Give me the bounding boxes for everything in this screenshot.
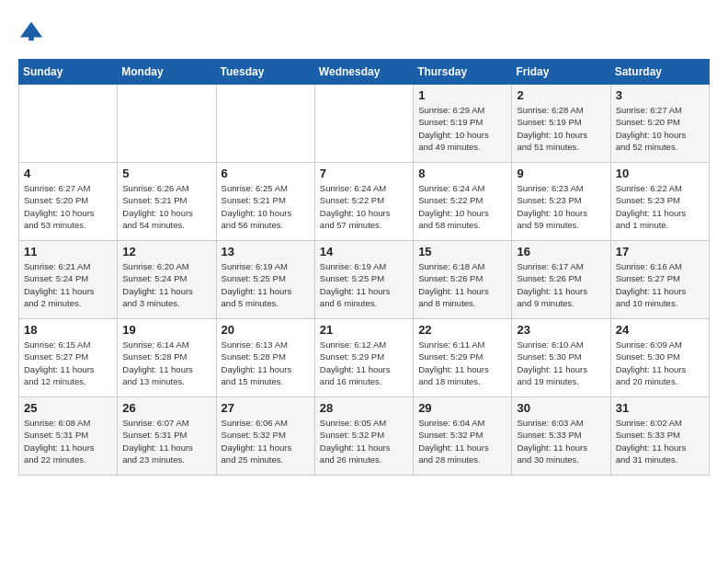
week-row-4: 25Sunrise: 6:08 AM Sunset: 5:31 PM Dayli…	[19, 397, 710, 476]
calendar-cell: 24Sunrise: 6:09 AM Sunset: 5:30 PM Dayli…	[610, 319, 709, 397]
calendar-cell: 22Sunrise: 6:11 AM Sunset: 5:29 PM Dayli…	[414, 319, 512, 397]
header-day-thursday: Thursday	[414, 60, 512, 85]
day-info: Sunrise: 6:08 AM Sunset: 5:31 PM Dayligh…	[24, 417, 112, 465]
day-number: 25	[24, 401, 112, 415]
day-number: 22	[418, 323, 506, 337]
calendar-cell: 8Sunrise: 6:24 AM Sunset: 5:22 PM Daylig…	[414, 163, 512, 241]
day-info: Sunrise: 6:28 AM Sunset: 5:19 PM Dayligh…	[517, 104, 605, 153]
day-info: Sunrise: 6:18 AM Sunset: 5:26 PM Dayligh…	[418, 260, 506, 309]
day-info: Sunrise: 6:21 AM Sunset: 5:24 PM Dayligh…	[24, 260, 112, 309]
day-info: Sunrise: 6:29 AM Sunset: 5:19 PM Dayligh…	[418, 104, 506, 153]
day-info: Sunrise: 6:05 AM Sunset: 5:32 PM Dayligh…	[320, 417, 408, 465]
day-number: 11	[24, 245, 112, 259]
day-number: 6	[222, 167, 310, 180]
calendar-cell: 11Sunrise: 6:21 AM Sunset: 5:24 PM Dayli…	[19, 241, 118, 319]
day-number: 2	[517, 88, 605, 102]
calendar-cell: 23Sunrise: 6:10 AM Sunset: 5:30 PM Dayli…	[512, 319, 610, 397]
header-row: SundayMondayTuesdayWednesdayThursdayFrid…	[19, 60, 710, 85]
day-info: Sunrise: 6:07 AM Sunset: 5:31 PM Dayligh…	[122, 417, 210, 465]
day-info: Sunrise: 6:26 AM Sunset: 5:21 PM Dayligh…	[122, 182, 210, 231]
day-info: Sunrise: 6:22 AM Sunset: 5:23 PM Dayligh…	[616, 182, 704, 231]
calendar-cell: 21Sunrise: 6:12 AM Sunset: 5:29 PM Dayli…	[314, 319, 413, 397]
calendar-cell: 17Sunrise: 6:16 AM Sunset: 5:27 PM Dayli…	[610, 241, 709, 319]
day-number: 26	[122, 401, 210, 415]
header-day-sunday: Sunday	[19, 60, 118, 85]
calendar-cell: 15Sunrise: 6:18 AM Sunset: 5:26 PM Dayli…	[414, 241, 512, 319]
calendar-cell: 3Sunrise: 6:27 AM Sunset: 5:20 PM Daylig…	[610, 85, 709, 163]
logo-icon	[18, 18, 44, 44]
calendar-cell: 14Sunrise: 6:19 AM Sunset: 5:25 PM Dayli…	[314, 241, 413, 319]
svg-rect-1	[28, 34, 34, 40]
day-number: 29	[418, 401, 506, 415]
calendar-cell: 13Sunrise: 6:19 AM Sunset: 5:25 PM Dayli…	[216, 241, 314, 319]
day-info: Sunrise: 6:02 AM Sunset: 5:33 PM Dayligh…	[616, 417, 704, 465]
calendar-cell: 16Sunrise: 6:17 AM Sunset: 5:26 PM Dayli…	[512, 241, 610, 319]
calendar-cell: 10Sunrise: 6:22 AM Sunset: 5:23 PM Dayli…	[610, 163, 709, 241]
calendar-cell: 25Sunrise: 6:08 AM Sunset: 5:31 PM Dayli…	[19, 397, 118, 476]
calendar-cell: 26Sunrise: 6:07 AM Sunset: 5:31 PM Dayli…	[118, 397, 216, 476]
calendar-cell: 7Sunrise: 6:24 AM Sunset: 5:22 PM Daylig…	[314, 163, 413, 241]
day-info: Sunrise: 6:15 AM Sunset: 5:27 PM Dayligh…	[24, 339, 112, 387]
calendar-cell: 9Sunrise: 6:23 AM Sunset: 5:23 PM Daylig…	[512, 163, 610, 241]
day-info: Sunrise: 6:03 AM Sunset: 5:33 PM Dayligh…	[517, 417, 605, 465]
day-info: Sunrise: 6:13 AM Sunset: 5:28 PM Dayligh…	[222, 339, 310, 387]
day-info: Sunrise: 6:06 AM Sunset: 5:32 PM Dayligh…	[222, 417, 310, 465]
day-number: 30	[517, 401, 605, 415]
day-number: 21	[320, 323, 408, 337]
day-info: Sunrise: 6:12 AM Sunset: 5:29 PM Dayligh…	[320, 339, 408, 387]
calendar-cell: 31Sunrise: 6:02 AM Sunset: 5:33 PM Dayli…	[610, 397, 709, 476]
day-info: Sunrise: 6:20 AM Sunset: 5:24 PM Dayligh…	[122, 260, 210, 309]
day-info: Sunrise: 6:11 AM Sunset: 5:29 PM Dayligh…	[418, 339, 506, 387]
calendar-cell: 5Sunrise: 6:26 AM Sunset: 5:21 PM Daylig…	[118, 163, 216, 241]
calendar-cell: 29Sunrise: 6:04 AM Sunset: 5:32 PM Dayli…	[414, 397, 512, 476]
day-number: 4	[24, 167, 112, 180]
day-number: 8	[418, 167, 506, 180]
calendar-cell	[19, 85, 118, 163]
day-info: Sunrise: 6:04 AM Sunset: 5:32 PM Dayligh…	[418, 417, 506, 465]
day-number: 20	[222, 323, 310, 337]
calendar-cell: 27Sunrise: 6:06 AM Sunset: 5:32 PM Dayli…	[216, 397, 314, 476]
day-number: 23	[517, 323, 605, 337]
day-number: 5	[122, 167, 210, 180]
day-info: Sunrise: 6:10 AM Sunset: 5:30 PM Dayligh…	[517, 339, 605, 387]
calendar-cell: 18Sunrise: 6:15 AM Sunset: 5:27 PM Dayli…	[19, 319, 118, 397]
day-info: Sunrise: 6:17 AM Sunset: 5:26 PM Dayligh…	[517, 260, 605, 309]
calendar-cell	[216, 85, 314, 163]
day-info: Sunrise: 6:23 AM Sunset: 5:23 PM Dayligh…	[517, 182, 605, 231]
day-info: Sunrise: 6:25 AM Sunset: 5:21 PM Dayligh…	[222, 182, 310, 231]
day-number: 19	[122, 323, 210, 337]
day-info: Sunrise: 6:19 AM Sunset: 5:25 PM Dayligh…	[320, 260, 408, 309]
page-header	[18, 18, 710, 44]
day-number: 16	[517, 245, 605, 259]
day-info: Sunrise: 6:09 AM Sunset: 5:30 PM Dayligh…	[616, 339, 704, 387]
calendar-cell: 30Sunrise: 6:03 AM Sunset: 5:33 PM Dayli…	[512, 397, 610, 476]
calendar-cell: 6Sunrise: 6:25 AM Sunset: 5:21 PM Daylig…	[216, 163, 314, 241]
header-day-saturday: Saturday	[610, 60, 709, 85]
day-number: 3	[616, 88, 704, 102]
header-day-monday: Monday	[118, 60, 216, 85]
header-day-tuesday: Tuesday	[216, 60, 314, 85]
week-row-0: 1Sunrise: 6:29 AM Sunset: 5:19 PM Daylig…	[19, 85, 710, 163]
day-number: 28	[320, 401, 408, 415]
calendar-header: SundayMondayTuesdayWednesdayThursdayFrid…	[19, 60, 710, 85]
day-number: 15	[418, 245, 506, 259]
calendar-body: 1Sunrise: 6:29 AM Sunset: 5:19 PM Daylig…	[19, 85, 710, 476]
week-row-2: 11Sunrise: 6:21 AM Sunset: 5:24 PM Dayli…	[19, 241, 710, 319]
day-number: 24	[616, 323, 704, 337]
day-info: Sunrise: 6:19 AM Sunset: 5:25 PM Dayligh…	[222, 260, 310, 309]
week-row-1: 4Sunrise: 6:27 AM Sunset: 5:20 PM Daylig…	[19, 163, 710, 241]
header-day-friday: Friday	[512, 60, 610, 85]
day-info: Sunrise: 6:14 AM Sunset: 5:28 PM Dayligh…	[122, 339, 210, 387]
day-number: 31	[616, 401, 704, 415]
day-info: Sunrise: 6:24 AM Sunset: 5:22 PM Dayligh…	[320, 182, 408, 231]
day-number: 10	[616, 167, 704, 180]
logo	[18, 18, 50, 44]
week-row-3: 18Sunrise: 6:15 AM Sunset: 5:27 PM Dayli…	[19, 319, 710, 397]
calendar-cell: 1Sunrise: 6:29 AM Sunset: 5:19 PM Daylig…	[414, 85, 512, 163]
day-info: Sunrise: 6:24 AM Sunset: 5:22 PM Dayligh…	[418, 182, 506, 231]
day-number: 1	[418, 88, 506, 102]
day-number: 9	[517, 167, 605, 180]
day-number: 18	[24, 323, 112, 337]
day-number: 12	[122, 245, 210, 259]
day-number: 17	[616, 245, 704, 259]
